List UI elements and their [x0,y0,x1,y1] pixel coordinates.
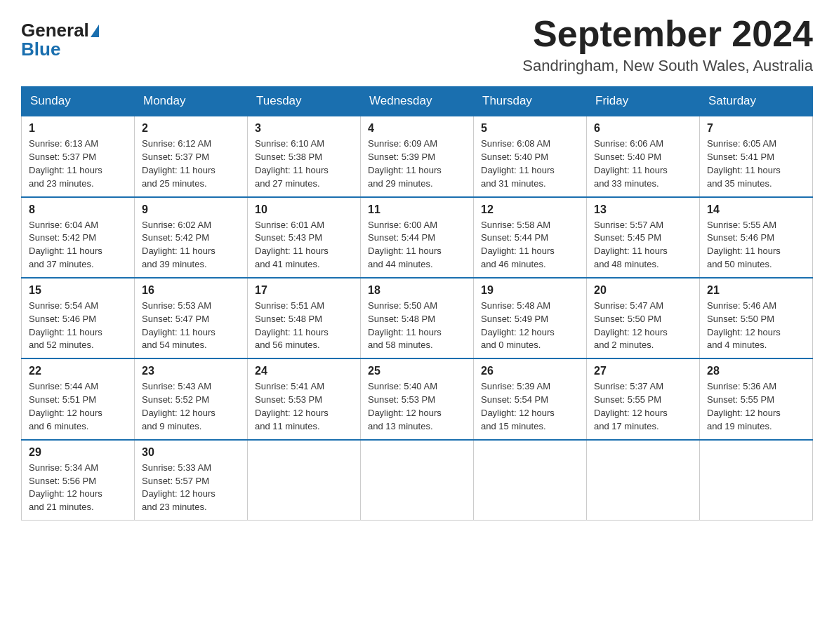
calendar-cell: 24Sunrise: 5:41 AMSunset: 5:53 PMDayligh… [248,358,361,439]
calendar-cell: 11Sunrise: 6:00 AMSunset: 5:44 PMDayligh… [361,197,474,278]
day-info: Sunrise: 5:48 AMSunset: 5:49 PMDaylight:… [481,300,579,352]
calendar-cell: 17Sunrise: 5:51 AMSunset: 5:48 PMDayligh… [248,278,361,358]
day-number: 22 [29,365,127,377]
day-number: 12 [481,203,579,216]
day-info: Sunrise: 5:54 AMSunset: 5:46 PMDaylight:… [29,300,127,352]
calendar-cell: 5Sunrise: 6:08 AMSunset: 5:40 PMDaylight… [474,116,587,196]
day-info: Sunrise: 5:55 AMSunset: 5:46 PMDaylight:… [707,219,805,271]
day-info: Sunrise: 5:47 AMSunset: 5:50 PMDaylight:… [594,300,692,352]
calendar-week-row: 22Sunrise: 5:44 AMSunset: 5:51 PMDayligh… [22,358,813,439]
day-info: Sunrise: 5:46 AMSunset: 5:50 PMDaylight:… [707,300,805,352]
day-info: Sunrise: 5:33 AMSunset: 5:57 PMDaylight:… [142,462,240,514]
day-number: 28 [707,365,805,377]
calendar-cell: 20Sunrise: 5:47 AMSunset: 5:50 PMDayligh… [587,278,700,358]
day-info: Sunrise: 6:10 AMSunset: 5:38 PMDaylight:… [255,137,353,190]
calendar-cell [248,440,361,521]
day-number: 13 [594,203,692,216]
calendar-cell [700,440,813,521]
calendar-cell: 19Sunrise: 5:48 AMSunset: 5:49 PMDayligh… [474,278,587,358]
calendar-cell: 12Sunrise: 5:58 AMSunset: 5:44 PMDayligh… [474,197,587,278]
day-number: 4 [368,122,466,135]
day-info: Sunrise: 5:53 AMSunset: 5:47 PMDaylight:… [142,300,240,352]
day-number: 3 [255,122,353,135]
calendar-cell: 18Sunrise: 5:50 AMSunset: 5:48 PMDayligh… [361,278,474,358]
day-number: 19 [481,284,579,297]
weekday-header-sunday: Sunday [22,87,135,116]
day-info: Sunrise: 5:58 AMSunset: 5:44 PMDaylight:… [481,219,579,271]
day-info: Sunrise: 6:00 AMSunset: 5:44 PMDaylight:… [368,219,466,271]
day-number: 27 [594,365,692,377]
day-number: 11 [368,203,466,216]
day-number: 18 [368,284,466,297]
page-header: General Blue September 2024 Sandringham,… [21,14,813,75]
day-number: 23 [142,365,240,377]
calendar-cell: 10Sunrise: 6:01 AMSunset: 5:43 PMDayligh… [248,197,361,278]
day-number: 2 [142,122,240,135]
day-number: 7 [707,122,805,135]
day-number: 9 [142,203,240,216]
calendar-cell: 15Sunrise: 5:54 AMSunset: 5:46 PMDayligh… [22,278,135,358]
day-info: Sunrise: 6:12 AMSunset: 5:37 PMDaylight:… [142,137,240,190]
day-number: 25 [368,365,466,377]
day-info: Sunrise: 5:44 AMSunset: 5:51 PMDaylight:… [29,380,127,433]
calendar-cell: 14Sunrise: 5:55 AMSunset: 5:46 PMDayligh… [700,197,813,278]
calendar-cell: 22Sunrise: 5:44 AMSunset: 5:51 PMDayligh… [22,358,135,439]
day-number: 21 [707,284,805,297]
day-info: Sunrise: 5:43 AMSunset: 5:52 PMDaylight:… [142,380,240,433]
calendar-cell: 8Sunrise: 6:04 AMSunset: 5:42 PMDaylight… [22,197,135,278]
day-info: Sunrise: 6:09 AMSunset: 5:39 PMDaylight:… [368,137,466,190]
day-info: Sunrise: 5:34 AMSunset: 5:56 PMDaylight:… [29,462,127,514]
day-info: Sunrise: 5:51 AMSunset: 5:48 PMDaylight:… [255,300,353,352]
calendar-cell: 3Sunrise: 6:10 AMSunset: 5:38 PMDaylight… [248,116,361,196]
day-info: Sunrise: 6:08 AMSunset: 5:40 PMDaylight:… [481,137,579,190]
calendar-cell: 23Sunrise: 5:43 AMSunset: 5:52 PMDayligh… [135,358,248,439]
calendar-cell: 13Sunrise: 5:57 AMSunset: 5:45 PMDayligh… [587,197,700,278]
calendar-cell: 30Sunrise: 5:33 AMSunset: 5:57 PMDayligh… [135,440,248,521]
calendar-cell: 25Sunrise: 5:40 AMSunset: 5:53 PMDayligh… [361,358,474,439]
calendar-week-row: 29Sunrise: 5:34 AMSunset: 5:56 PMDayligh… [22,440,813,521]
weekday-header-thursday: Thursday [474,87,587,116]
calendar-cell [587,440,700,521]
logo-arrow-icon [91,25,99,37]
day-info: Sunrise: 5:41 AMSunset: 5:53 PMDaylight:… [255,380,353,433]
calendar-week-row: 1Sunrise: 6:13 AMSunset: 5:37 PMDaylight… [22,116,813,196]
day-info: Sunrise: 5:37 AMSunset: 5:55 PMDaylight:… [594,380,692,433]
day-number: 1 [29,122,127,135]
calendar-cell: 29Sunrise: 5:34 AMSunset: 5:56 PMDayligh… [22,440,135,521]
day-info: Sunrise: 5:40 AMSunset: 5:53 PMDaylight:… [368,380,466,433]
day-number: 26 [481,365,579,377]
calendar-table: SundayMondayTuesdayWednesdayThursdayFrid… [21,86,813,521]
day-info: Sunrise: 5:39 AMSunset: 5:54 PMDaylight:… [481,380,579,433]
title-section: September 2024 Sandringham, New South Wa… [522,14,813,75]
day-info: Sunrise: 5:50 AMSunset: 5:48 PMDaylight:… [368,300,466,352]
calendar-cell [474,440,587,521]
calendar-cell: 27Sunrise: 5:37 AMSunset: 5:55 PMDayligh… [587,358,700,439]
calendar-cell: 2Sunrise: 6:12 AMSunset: 5:37 PMDaylight… [135,116,248,196]
calendar-cell: 26Sunrise: 5:39 AMSunset: 5:54 PMDayligh… [474,358,587,439]
calendar-cell: 21Sunrise: 5:46 AMSunset: 5:50 PMDayligh… [700,278,813,358]
calendar-week-row: 8Sunrise: 6:04 AMSunset: 5:42 PMDaylight… [22,197,813,278]
calendar-cell: 1Sunrise: 6:13 AMSunset: 5:37 PMDaylight… [22,116,135,196]
day-number: 17 [255,284,353,297]
calendar-cell: 9Sunrise: 6:02 AMSunset: 5:42 PMDaylight… [135,197,248,278]
day-info: Sunrise: 6:06 AMSunset: 5:40 PMDaylight:… [594,137,692,190]
calendar-cell: 6Sunrise: 6:06 AMSunset: 5:40 PMDaylight… [587,116,700,196]
day-number: 29 [29,446,127,459]
logo-blue-text: Blue [21,39,60,60]
calendar-cell [361,440,474,521]
day-number: 24 [255,365,353,377]
weekday-header-tuesday: Tuesday [248,87,361,116]
location-title: Sandringham, New South Wales, Australia [522,57,813,75]
day-number: 6 [594,122,692,135]
weekday-header-wednesday: Wednesday [361,87,474,116]
weekday-header-friday: Friday [587,87,700,116]
day-number: 15 [29,284,127,297]
calendar-cell: 7Sunrise: 6:05 AMSunset: 5:41 PMDaylight… [700,116,813,196]
day-number: 8 [29,203,127,216]
calendar-cell: 28Sunrise: 5:36 AMSunset: 5:55 PMDayligh… [700,358,813,439]
weekday-header-row: SundayMondayTuesdayWednesdayThursdayFrid… [22,87,813,116]
day-info: Sunrise: 6:05 AMSunset: 5:41 PMDaylight:… [707,137,805,190]
day-number: 20 [594,284,692,297]
day-info: Sunrise: 5:36 AMSunset: 5:55 PMDaylight:… [707,380,805,433]
logo: General Blue [21,20,100,60]
